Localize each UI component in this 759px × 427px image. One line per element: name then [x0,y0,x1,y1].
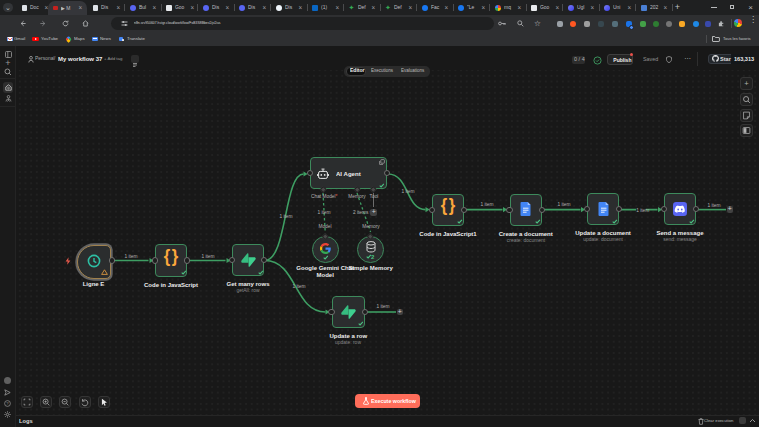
svg-text:?: ? [6,401,9,406]
svg-text:+: + [744,79,749,88]
